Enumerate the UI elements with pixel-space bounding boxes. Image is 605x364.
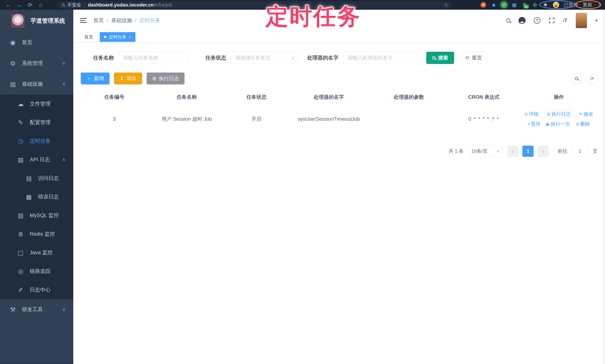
browser-home-icon[interactable]: ⌂ xyxy=(35,2,46,8)
browser-reload-icon[interactable]: ⟳ xyxy=(25,2,35,8)
sidebar-item-java-monitor[interactable]: ▢ Java 监控 xyxy=(0,243,73,262)
help-icon[interactable]: ? xyxy=(534,17,540,24)
breadcrumb: 首页 / 基础设施 / 定时任务 xyxy=(93,17,160,24)
update-button[interactable]: 更新 xyxy=(583,2,592,8)
sidebar-item-redis-monitor[interactable]: ≣ Redis 监控 xyxy=(0,225,73,243)
toggle-search-button[interactable] xyxy=(571,73,582,84)
avatar-caret-icon[interactable]: ▾ xyxy=(595,18,598,23)
current-page-button[interactable]: 1 xyxy=(522,146,534,157)
app-logo xyxy=(11,14,25,28)
sidebar-item-scheduled-tasks[interactable]: ◷ 定时任务 xyxy=(0,132,73,150)
run-once-link[interactable]: ▶执行一次 xyxy=(546,121,570,127)
ssl-warning-icon[interactable]: ⚠ xyxy=(61,2,66,7)
page-scrollbar[interactable] xyxy=(603,10,605,364)
pagination: 共 1 条 10条/页 ∨ ‹ 1 › 前往 页 xyxy=(81,146,598,157)
sidebar-item-label: 链路追踪 xyxy=(30,268,51,275)
row-execution-log-label: 执行日志 xyxy=(552,111,571,117)
add-button[interactable]: ＋ 新增 xyxy=(81,73,110,84)
extension-list-icon[interactable]: ≣on xyxy=(522,2,528,8)
breadcrumb-home[interactable]: 首页 xyxy=(93,17,104,24)
refresh-button[interactable]: ⟳ xyxy=(587,73,598,84)
app-title: 芋道管理系统 xyxy=(30,17,65,25)
export-button-label: 导出 xyxy=(127,75,137,82)
export-button[interactable]: ↧ 导出 xyxy=(114,73,142,84)
cell-task-status: 开启 xyxy=(225,103,288,135)
search-icon xyxy=(432,56,435,60)
sidebar-item-log-center[interactable]: ✐ 日志中心 xyxy=(0,281,73,299)
sidebar-item-infra[interactable]: ▤ 基础设施 ∧ xyxy=(0,74,73,94)
detail-link[interactable]: ⊙详细 xyxy=(525,111,539,117)
address-bar[interactable]: ⚠ 不安全 dashboard.yudao.iocoder.cn /infra/… xyxy=(58,1,452,9)
sidebar-item-access-log[interactable]: ▤ 访问日志 xyxy=(0,169,73,187)
search-button[interactable]: 搜索 xyxy=(426,52,454,64)
active-tab-dot xyxy=(104,36,106,38)
sidebar-item-home[interactable]: ◉ 首页 xyxy=(0,32,73,53)
sidebar-item-config-manage[interactable]: ✎ 配置管理 xyxy=(0,113,73,132)
sidebar-item-trace[interactable]: ◎ 链路追踪 xyxy=(0,262,73,281)
sidebar-item-devtools[interactable]: ⚒ 研发工具 ∨ xyxy=(0,299,73,320)
page-content: 任务名称 任务状态 请选择任务状态 ∨ 处理器的名字 搜索 ⟲ 重置 ＋ 新增 xyxy=(73,52,605,157)
task-name-input[interactable] xyxy=(118,52,189,64)
sidebar-item-label: API 日志 xyxy=(30,156,50,163)
prev-page-button[interactable]: ‹ xyxy=(507,146,518,157)
tab-home[interactable]: 首页 xyxy=(80,32,97,42)
text-size-icon[interactable]: tT xyxy=(563,17,567,24)
extension-orange-icon[interactable] xyxy=(481,2,486,8)
github-icon[interactable] xyxy=(518,17,526,24)
pencil-icon: ✎ xyxy=(579,112,582,117)
run-once-link-label: 执行一次 xyxy=(551,121,570,127)
edit-link[interactable]: ✎修改 xyxy=(579,111,593,117)
tab-scheduled-tasks[interactable]: 定时任务 × xyxy=(100,32,135,42)
search-button-label: 搜索 xyxy=(438,54,448,61)
reset-button[interactable]: ⟲ 重置 xyxy=(459,52,488,64)
sidebar-item-error-log[interactable]: ▦ 错误日志 xyxy=(0,187,73,206)
extension-leaf-icon[interactable]: ✿ xyxy=(532,2,538,8)
goto-page-input[interactable] xyxy=(572,146,589,157)
profile-emoji-avatar[interactable] xyxy=(553,2,559,8)
download-icon: ↧ xyxy=(120,76,124,81)
error-log-icon: ▦ xyxy=(25,193,33,200)
browser-back-icon[interactable]: ← xyxy=(3,2,14,8)
delete-link[interactable]: ⊘删除 xyxy=(576,121,590,127)
pause-link[interactable]: ×暂停 xyxy=(527,121,540,127)
toolbox-icon: ⚒ xyxy=(9,306,17,313)
sidebar-item-system[interactable]: ⚙ 系统管理 ∨ xyxy=(0,53,73,74)
search-icon xyxy=(575,77,578,80)
app-logo-row[interactable]: 芋道管理系统 xyxy=(0,10,73,32)
total-count: 共 1 条 xyxy=(448,148,464,154)
row-execution-log-link[interactable]: ≣执行日志 xyxy=(544,110,573,118)
extension-grid-icon[interactable]: ▦ xyxy=(511,2,517,8)
collapse-sidebar-icon[interactable] xyxy=(80,17,87,24)
sidebar-item-label: 文件管理 xyxy=(30,100,51,107)
infra-icon: ▤ xyxy=(9,80,17,88)
page-size-select[interactable]: 10条/页 ∨ xyxy=(468,146,503,157)
plus-icon: ＋ xyxy=(86,75,91,82)
paused-label: 已暂停 xyxy=(564,2,578,8)
execution-log-button[interactable]: ≣ 执行日志 xyxy=(147,73,185,84)
next-page-button[interactable]: › xyxy=(538,146,549,157)
bookmark-star-icon[interactable]: ☆ xyxy=(444,2,448,8)
pause-link-label: 暂停 xyxy=(531,121,541,127)
sidebar-item-api-log[interactable]: ▨ API 日志 ∧ xyxy=(0,150,73,169)
sidebar-item-file-manage[interactable]: ☁ 文件管理 xyxy=(0,94,73,113)
extensions-puzzle-icon[interactable]: ❖ xyxy=(542,2,548,8)
browser-extensions-area: ◆ ✓ ▦ ≣on ✿ ❖ 已暂停 更新 ⋮ xyxy=(480,0,602,10)
extension-blue-icon[interactable]: ◆ xyxy=(491,2,497,8)
edit-square-icon: ✎ xyxy=(16,119,25,126)
handler-name-input[interactable] xyxy=(343,52,422,64)
omnibox-divider xyxy=(84,2,85,7)
browser-menu-icon[interactable]: ⋮ xyxy=(597,2,602,8)
database-icon: ▥ xyxy=(16,212,25,219)
dashboard-icon: ◉ xyxy=(9,39,17,46)
task-status-select[interactable]: 请选择任务状态 ∨ xyxy=(231,52,299,64)
search-icon[interactable] xyxy=(506,18,510,23)
eye-icon: ◎ xyxy=(16,268,25,275)
fullscreen-icon[interactable] xyxy=(549,17,555,24)
extension-check-icon[interactable]: ✓ xyxy=(501,2,507,8)
breadcrumb-infra[interactable]: 基础设施 xyxy=(111,17,132,24)
sidebar-item-mysql-monitor[interactable]: ▥ MySQL 监控 xyxy=(0,206,73,225)
user-avatar[interactable] xyxy=(576,13,587,28)
browser-forward-icon[interactable]: → xyxy=(14,2,25,8)
close-tab-icon[interactable]: × xyxy=(129,35,131,39)
col-cron: CRON 表达式 xyxy=(447,91,520,103)
